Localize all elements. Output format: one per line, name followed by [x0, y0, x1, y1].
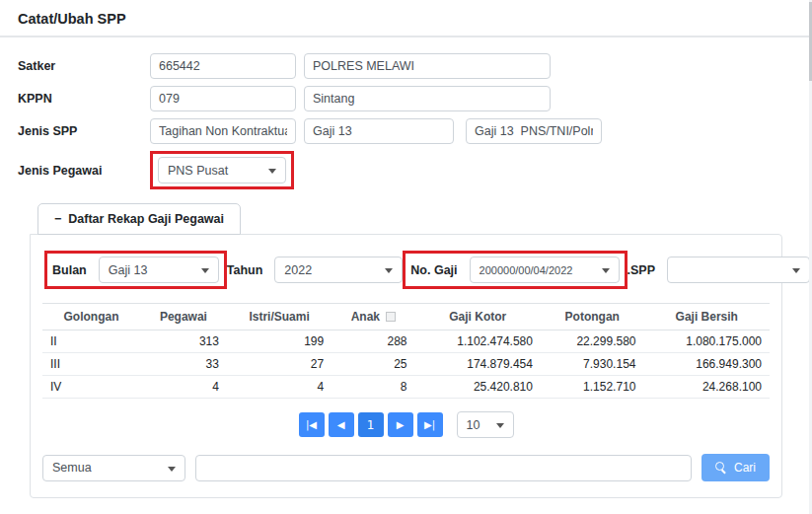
tahun-group: Tahun 2022 [227, 257, 404, 283]
pagination-first-button[interactable]: |◀ [299, 412, 325, 437]
no-gaji-label: No. Gaji [410, 263, 457, 277]
search-filter-select[interactable]: Semua [42, 455, 185, 481]
bulan-label: Bulan [52, 263, 87, 277]
column-header-anak-label: Anak [351, 310, 380, 324]
tahun-label: Tahun [227, 263, 263, 277]
pagination-last-button[interactable]: ▶| [417, 412, 443, 437]
column-header-anak[interactable]: Anak [332, 304, 414, 330]
jenis-spp-name-input[interactable] [304, 118, 454, 144]
panel-body: Bulan Gaji 13 Tahun 2022 No. Gaji [30, 234, 782, 498]
cell-golongan: IV [42, 376, 140, 399]
cell-pegawai: 4 [140, 376, 227, 399]
page-size-select[interactable]: 10 [457, 411, 514, 438]
cell-gaji-bersih: 24.268.100 [643, 376, 770, 399]
collapse-icon[interactable]: − [54, 212, 61, 226]
cell-potongan: 22.299.580 [541, 330, 644, 353]
column-header-golongan[interactable]: Golongan [42, 304, 140, 330]
cell-gaji-kotor: 174.879.454 [415, 353, 541, 376]
search-input[interactable] [195, 455, 692, 481]
rekap-gaji-table: Golongan Pegawai Istri/Suami Anak Gaji K… [42, 303, 770, 399]
pagination-next-button[interactable]: ▶ [388, 412, 413, 437]
bulan-select[interactable]: Gaji 13 [99, 257, 219, 283]
column-header-gaji-bersih[interactable]: Gaji Bersih [643, 304, 770, 330]
jenis-pegawai-row: Jenis Pegawai PNS Pusat [18, 151, 794, 189]
cari-button[interactable]: Cari [701, 454, 770, 481]
cell-golongan: II [42, 330, 140, 353]
spp-form: Satker KPPN Jenis SPP Jenis Pegawai PNS … [0, 37, 812, 189]
kppn-label: KPPN [18, 92, 150, 106]
cell-gaji-bersih: 1.080.175.000 [643, 330, 770, 353]
column-header-potongan[interactable]: Potongan [541, 304, 644, 330]
cell-potongan: 7.930.154 [541, 353, 644, 376]
cell-anak: 25 [332, 353, 414, 376]
jenis-spp-label: Jenis SPP [18, 124, 150, 138]
cell-anak: 288 [332, 330, 414, 353]
annotation-box-jenis-pegawai: PNS Pusat [150, 151, 294, 189]
jenis-spp-type-input[interactable] [150, 118, 296, 144]
tahun-selected-value: 2022 [284, 263, 312, 277]
cell-gaji-kotor: 1.102.474.580 [415, 330, 541, 353]
satker-row: Satker [18, 53, 794, 79]
bulan-group: Bulan Gaji 13 [52, 257, 219, 283]
table-row[interactable]: III 33 27 25 174.879.454 7.930.154 166.9… [42, 353, 770, 376]
no-spp-group: .SPP [627, 257, 811, 283]
search-icon [715, 462, 727, 474]
panel-tab[interactable]: − Daftar Rekap Gaji Pegawai [37, 203, 241, 235]
jenis-pegawai-label: Jenis Pegawai [18, 164, 150, 178]
cell-istri-suami: 4 [227, 376, 332, 399]
page-size-value: 10 [467, 418, 480, 432]
search-row: Semua Cari [42, 454, 770, 481]
jenis-spp-row: Jenis SPP [18, 118, 794, 144]
table-row[interactable]: IV 4 4 8 25.420.810 1.152.710 24.268.100 [42, 376, 770, 399]
no-spp-label: .SPP [627, 263, 656, 277]
jenis-spp-detail-input[interactable] [466, 118, 602, 144]
column-header-istri-suami[interactable]: Istri/Suami [227, 304, 332, 330]
filters-row: Bulan Gaji 13 Tahun 2022 No. Gaji [44, 251, 768, 289]
no-gaji-selected-value: 200000/00/04/2022 [480, 264, 573, 276]
cell-pegawai: 313 [140, 330, 227, 353]
cell-gaji-kotor: 25.420.810 [415, 376, 541, 399]
column-header-pegawai[interactable]: Pegawai [140, 304, 227, 330]
tahun-select[interactable]: 2022 [274, 257, 403, 283]
pagination: |◀ ◀ 1 ▶ ▶| 10 [42, 411, 770, 438]
pagination-prev-button[interactable]: ◀ [329, 412, 354, 437]
cell-anak: 8 [332, 376, 414, 399]
pagination-page-button[interactable]: 1 [358, 412, 384, 437]
bulan-selected-value: Gaji 13 [109, 263, 148, 277]
kppn-name-input[interactable] [304, 86, 551, 111]
rekap-gaji-panel: − Daftar Rekap Gaji Pegawai Bulan Gaji 1… [30, 203, 782, 498]
catat-ubah-spp-window: Catat/Ubah SPP Satker KPPN Jenis SPP Jen… [0, 0, 812, 514]
panel-title: Daftar Rekap Gaji Pegawai [68, 212, 224, 226]
satker-label: Satker [18, 59, 150, 73]
no-gaji-group: No. Gaji 200000/00/04/2022 [410, 257, 619, 283]
kppn-row: KPPN [18, 86, 794, 111]
jenis-pegawai-select[interactable]: PNS Pusat [158, 157, 286, 184]
table-header-row: Golongan Pegawai Istri/Suami Anak Gaji K… [42, 304, 770, 330]
header-checkbox[interactable] [386, 312, 396, 322]
cell-istri-suami: 199 [227, 330, 332, 353]
page-title: Catat/Ubah SPP [0, 0, 812, 37]
kppn-code-input[interactable] [150, 86, 296, 111]
cari-button-label: Cari [734, 461, 756, 475]
satker-name-input[interactable] [304, 53, 551, 79]
cell-potongan: 1.152.710 [541, 376, 644, 399]
cell-gaji-bersih: 166.949.300 [643, 353, 770, 376]
cell-istri-suami: 27 [227, 353, 332, 376]
annotation-box-no-gaji: No. Gaji 200000/00/04/2022 [403, 251, 627, 289]
cell-pegawai: 33 [140, 353, 227, 376]
satker-code-input[interactable] [150, 53, 296, 79]
column-header-gaji-kotor[interactable]: Gaji Kotor [415, 304, 541, 330]
no-gaji-select[interactable]: 200000/00/04/2022 [470, 257, 620, 283]
search-filter-value: Semua [52, 461, 92, 475]
no-spp-select[interactable] [667, 257, 810, 283]
jenis-pegawai-selected-value: PNS Pusat [168, 164, 228, 178]
annotation-box-bulan: Bulan Gaji 13 [44, 251, 227, 289]
cell-golongan: III [42, 353, 140, 376]
table-row[interactable]: II 313 199 288 1.102.474.580 22.299.580 … [42, 330, 770, 353]
